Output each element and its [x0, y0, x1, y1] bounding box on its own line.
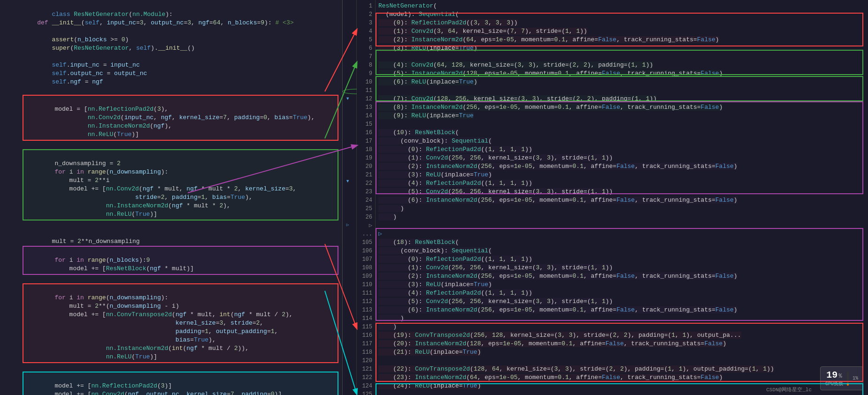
- gpu-extra: 1%: [853, 376, 858, 381]
- svg-text:▼: ▼: [346, 179, 349, 184]
- left-pane-source: class ResNetGenerator(nn.Module): def __…: [0, 0, 343, 395]
- right-pane-model: 1234567891011121314151617181920212223242…: [357, 0, 868, 395]
- gpu-bar-fill: [847, 383, 849, 386]
- middle-divider: ▼ ▼ ▷: [343, 0, 357, 395]
- right-code: ResNetGenerator( (model): Sequential( (0…: [378, 2, 865, 395]
- gpu-unit: %: [838, 373, 842, 380]
- svg-text:▷: ▷: [346, 222, 349, 228]
- right-code-area: ResNetGenerator( (model): Sequential( (0…: [376, 0, 868, 395]
- gpu-label: GPU负载: [825, 380, 843, 387]
- gpu-bar: [847, 372, 849, 386]
- gpu-percent: 19: [826, 370, 837, 380]
- svg-text:▼: ▼: [346, 96, 349, 101]
- watermark: CSDN@网络星空_lc: [766, 386, 812, 393]
- main-container: class ResNetGenerator(nn.Module): def __…: [0, 0, 868, 395]
- left-code-content: class ResNetGenerator(nn.Module): def __…: [19, 0, 342, 395]
- gpu-widget: 19 % GPU负载 1%: [820, 366, 863, 390]
- left-line-numbers: [0, 0, 19, 395]
- right-line-numbers: 1234567891011121314151617181920212223242…: [357, 0, 376, 395]
